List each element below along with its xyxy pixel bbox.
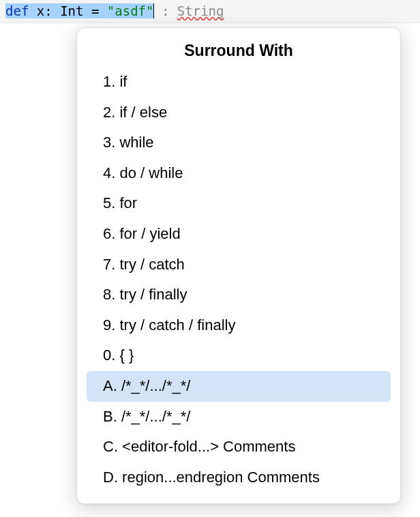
token-string-literal: "asdf" (107, 3, 155, 18)
surround-with-item[interactable]: 4. do / while (87, 158, 391, 189)
surround-with-list: 1. if2. if / else3. while4. do / while5.… (87, 67, 391, 492)
token-hint-type-string: String (177, 3, 224, 18)
surround-with-item[interactable]: 3. while (87, 128, 391, 158)
surround-with-item[interactable]: 2. if / else (87, 98, 391, 128)
token-keyword-def: def (5, 3, 29, 18)
surround-with-item[interactable]: B. /*_*/.../*_*/ (87, 402, 391, 432)
surround-with-item[interactable]: 1. if (87, 67, 391, 98)
surround-with-item[interactable]: 5. for (87, 188, 391, 219)
surround-with-item[interactable]: 9. try / catch / finally (87, 310, 391, 341)
surround-with-item[interactable]: 7. try / catch (87, 250, 391, 280)
surround-with-item[interactable]: 0. { } (87, 340, 391, 371)
surround-with-item[interactable]: C. <editor-fold...> Comments (87, 432, 391, 462)
token-hint-colon: : (162, 3, 169, 18)
token-identifier: x (37, 3, 44, 18)
surround-with-item[interactable]: A. /*_*/.../*_*/ (87, 371, 391, 402)
token-type-int: Int (60, 3, 83, 18)
editor-code-line[interactable]: def x: Int = "asdf" : String (0, 0, 420, 23)
popup-title: Surround With (87, 39, 391, 60)
surround-with-item[interactable]: 8. try / finally (87, 280, 391, 310)
surround-with-item[interactable]: D. region...endregion Comments (87, 462, 391, 493)
surround-with-popup: Surround With 1. if2. if / else3. while4… (76, 27, 401, 504)
selection-range: def x: Int = "asdf" (5, 3, 153, 18)
surround-with-item[interactable]: 6. for / yield (87, 219, 391, 250)
